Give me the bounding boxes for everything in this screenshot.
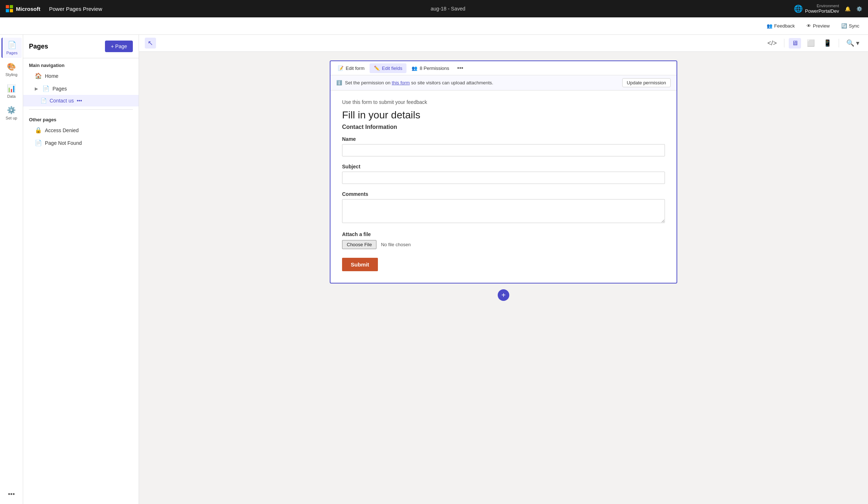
info-icon: ℹ️	[336, 80, 342, 85]
sidebar-styling-label: Styling	[5, 72, 17, 77]
env-info: Environment PowerPortalDev	[805, 4, 839, 14]
sidebar-item-data[interactable]: 📊 Data	[1, 81, 22, 101]
canvas-toolbar-left: ↖	[145, 38, 156, 49]
subject-label: Subject	[342, 164, 665, 169]
permissions-icon: 👥	[412, 66, 417, 71]
page-not-found-icon: 📄	[35, 139, 42, 146]
choose-file-button[interactable]: Choose File	[342, 240, 376, 249]
code-view-button[interactable]: </>	[764, 38, 780, 49]
desktop-view-button[interactable]: 🖥	[789, 38, 801, 49]
topbar: Microsoft Power Pages Preview aug-18 - S…	[0, 0, 868, 17]
divider	[29, 109, 133, 110]
name-input[interactable]	[342, 144, 665, 156]
topbar-right: 🌐 Environment PowerPortalDev 🔔 ⚙️	[794, 4, 862, 14]
add-page-button[interactable]: + Page	[105, 41, 133, 52]
nav-item-page-not-found[interactable]: 📄 Page Not Found	[23, 136, 139, 149]
settings-button[interactable]: ⚙️	[856, 6, 862, 12]
env-label: Environment	[817, 4, 839, 8]
comments-label: Comments	[342, 191, 665, 197]
secondbar: 👥 Feedback 👁 Preview 🔄 Sync	[0, 17, 868, 35]
lock-icon: 🔒	[35, 127, 42, 134]
form-content: Use this form to submit your feedback Fi…	[330, 91, 677, 283]
left-sidebar: 📄 Pages 🎨 Styling 📊 Data ⚙️ Set up •••	[0, 35, 23, 504]
nav-item-contact[interactable]: 📄 Contact us •••	[23, 95, 139, 106]
feedback-icon: 👥	[767, 23, 772, 29]
nav-contact-label: Contact us	[50, 98, 74, 104]
pointer-tool-button[interactable]: ↖	[145, 38, 156, 49]
edit-fields-icon: ✏️	[374, 66, 380, 71]
nav-home-label: Home	[45, 73, 58, 79]
mobile-view-button[interactable]: 📱	[821, 38, 834, 49]
submit-button[interactable]: Submit	[342, 258, 378, 271]
nav-access-denied-label: Access Denied	[45, 127, 79, 133]
sidebar-setup-label: Set up	[6, 116, 17, 120]
form-more-button[interactable]: •••	[454, 63, 466, 74]
preview-icon: 👁	[806, 23, 811, 29]
contact-page-icon: 📄	[41, 98, 47, 104]
zoom-button[interactable]: 🔍 ▾	[843, 38, 862, 49]
canvas-area[interactable]: 📝 Edit form ✏️ Edit fields 👥 8 Permissio…	[139, 52, 868, 504]
main-layout: 📄 Pages 🎨 Styling 📊 Data ⚙️ Set up ••• P…	[0, 35, 868, 504]
other-pages-label: Other pages	[23, 113, 139, 124]
ms-logo-text: Microsoft	[16, 6, 41, 12]
gear-icon: ⚙️	[856, 6, 862, 12]
form-section-title: Contact Information	[342, 124, 665, 130]
no-file-text: No file chosen	[381, 242, 410, 247]
preview-button[interactable]: 👁 Preview	[804, 22, 833, 30]
subject-field: Subject	[342, 164, 665, 184]
save-status: aug-18 - Saved	[108, 6, 788, 12]
secondbar-right: 👥 Feedback 👁 Preview 🔄 Sync	[764, 22, 862, 30]
separator-2	[839, 39, 839, 47]
sidebar-pages-label: Pages	[6, 51, 17, 55]
preview-label: Preview	[813, 23, 830, 29]
pages-panel: Pages + Page Main navigation 🏠 Home ▶ 📄 …	[23, 35, 139, 504]
add-section-button[interactable]: +	[498, 289, 509, 301]
app-title: Power Pages Preview	[49, 6, 102, 12]
permissions-button[interactable]: 👥 8 Permissions	[407, 63, 454, 73]
sidebar-data-label: Data	[7, 94, 16, 98]
perm-link[interactable]: this form	[392, 80, 410, 85]
ms-grid-icon	[6, 5, 13, 12]
notifications-button[interactable]: 🔔	[845, 6, 851, 12]
sidebar-item-styling[interactable]: 🎨 Styling	[1, 59, 22, 80]
sidebar-item-setup[interactable]: ⚙️ Set up	[1, 103, 22, 123]
subject-input[interactable]	[342, 172, 665, 184]
canvas-toolbar-right: </> 🖥 ⬜ 📱 🔍 ▾	[764, 38, 862, 49]
permissions-label: 8 Permissions	[420, 66, 449, 71]
data-icon: 📊	[7, 84, 16, 93]
pages-icon: 📄	[8, 41, 17, 49]
feedback-label: Feedback	[774, 23, 795, 29]
edit-fields-button[interactable]: ✏️ Edit fields	[370, 63, 406, 73]
nav-item-pages[interactable]: ▶ 📄 Pages	[23, 82, 139, 95]
globe-icon: 🌐	[794, 4, 803, 13]
main-nav-label: Main navigation	[23, 58, 139, 70]
separator-1	[784, 39, 784, 47]
setup-icon: ⚙️	[7, 106, 16, 114]
file-row: Choose File No file chosen	[342, 240, 665, 249]
name-label: Name	[342, 136, 665, 142]
form-title: Fill in your details	[342, 109, 665, 121]
tablet-view-button[interactable]: ⬜	[804, 38, 818, 49]
sidebar-item-pages[interactable]: 📄 Pages	[1, 38, 22, 58]
update-permission-button[interactable]: Update permission	[622, 78, 671, 87]
form-subtitle: Use this form to submit your feedback	[342, 99, 665, 105]
pages-header: Pages + Page	[23, 35, 139, 58]
attach-label: Attach a file	[342, 231, 665, 237]
pages-nav-icon: 📄	[42, 85, 50, 92]
nav-item-access-denied[interactable]: 🔒 Access Denied	[23, 124, 139, 136]
main-content: ↖ </> 🖥 ⬜ 📱 🔍 ▾ 📝	[139, 35, 868, 504]
name-field: Name	[342, 136, 665, 156]
permission-notice: ℹ️ Set the permission on this form so si…	[330, 75, 677, 91]
sidebar-more-button[interactable]: •••	[8, 491, 15, 498]
nav-item-home[interactable]: 🏠 Home	[23, 70, 139, 82]
feedback-button[interactable]: 👥 Feedback	[764, 22, 798, 30]
perm-notice-msg: Set the permission on this form so site …	[345, 80, 493, 85]
sync-button[interactable]: 🔄 Sync	[838, 22, 862, 30]
contact-more-button[interactable]: •••	[77, 98, 82, 104]
edit-form-label: Edit form	[346, 66, 365, 71]
canvas-wrapper: 📝 Edit form ✏️ Edit fields 👥 8 Permissio…	[330, 60, 677, 495]
add-section: +	[330, 284, 677, 307]
edit-form-button[interactable]: 📝 Edit form	[333, 63, 369, 73]
form-editor: 📝 Edit form ✏️ Edit fields 👥 8 Permissio…	[330, 60, 677, 284]
comments-input[interactable]	[342, 199, 665, 223]
